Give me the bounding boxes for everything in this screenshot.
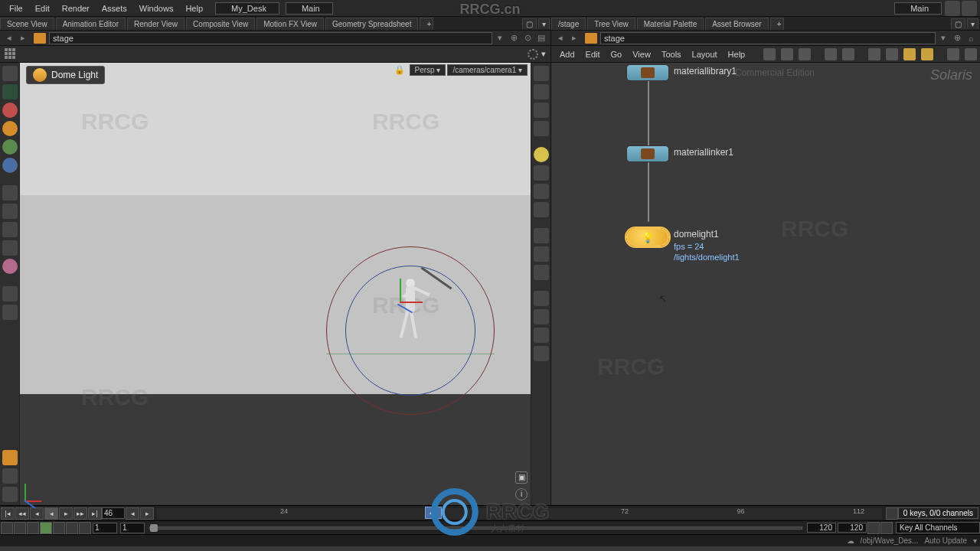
range-opt2-icon[interactable]	[14, 522, 26, 534]
range-opt5-icon[interactable]	[66, 522, 78, 534]
range-opt3-icon[interactable]	[27, 522, 39, 534]
menu-help[interactable]: Help	[179, 2, 209, 15]
key-icon[interactable]	[880, 522, 893, 534]
camera-type-dropdown[interactable]: Persp ▾	[410, 64, 446, 76]
tab-motionfx-view[interactable]: Motion FX View	[256, 18, 324, 30]
net-search-icon[interactable]	[947, 48, 959, 60]
net-info-icon[interactable]	[965, 48, 977, 60]
menu-edit[interactable]: Edit	[29, 2, 56, 15]
net-menu-tools[interactable]: Tools	[656, 47, 687, 61]
tab-composite-view[interactable]: Composite View	[186, 18, 255, 30]
status-drop-icon[interactable]: ▾	[973, 536, 977, 545]
right-desk-dropdown[interactable]: Main	[894, 2, 942, 15]
play-forward-icon[interactable]: ▸	[59, 507, 73, 520]
move-tool-icon[interactable]	[2, 204, 18, 219]
autokey-icon[interactable]	[867, 522, 880, 534]
shelf-box-icon[interactable]	[2, 450, 18, 465]
pane-menu-right-icon[interactable]: ▾	[967, 18, 978, 29]
viewport-options-icon[interactable]	[528, 49, 538, 60]
net-menu-help[interactable]: Help	[723, 47, 751, 61]
pane-maximize-right-icon[interactable]: ▢	[951, 18, 965, 29]
tab-add-right[interactable]: +	[770, 18, 784, 30]
goto-end-icon[interactable]: ▸|	[88, 507, 102, 520]
snap-tool-icon[interactable]	[2, 185, 18, 201]
right-path-input[interactable]	[600, 32, 936, 44]
next-frame-icon[interactable]: ▸	[140, 507, 154, 520]
tool-orange-icon[interactable]	[2, 121, 18, 136]
timeline-opt-icon[interactable]	[886, 507, 898, 520]
home-icon[interactable]	[34, 33, 46, 44]
tab-animation-editor[interactable]: Animation Editor	[56, 18, 126, 30]
viewport-info-icon[interactable]: i	[515, 488, 528, 500]
rotate-tool-icon[interactable]	[2, 222, 18, 237]
help-icon[interactable]	[945, 1, 960, 16]
net-tool-5-icon[interactable]	[842, 48, 854, 60]
playhead[interactable]: 46	[425, 507, 442, 519]
display-opt-2-icon[interactable]	[534, 84, 549, 99]
desk-dropdown[interactable]: My_Desk	[215, 2, 279, 15]
tab-tree-view[interactable]: Tree View	[587, 18, 635, 30]
tab-asset-browser[interactable]: Asset Browser	[705, 18, 768, 30]
display-wire-icon[interactable]	[534, 184, 549, 199]
display-ghost-icon[interactable]	[534, 202, 549, 217]
shelf-light-icon[interactable]	[2, 468, 18, 484]
range-slider[interactable]	[149, 527, 802, 530]
display-color-icon[interactable]	[534, 291, 549, 306]
net-menu-edit[interactable]: Edit	[580, 47, 606, 61]
range-end[interactable]: 120	[807, 523, 836, 533]
camera-path-dropdown[interactable]: /cameras/camera1 ▾	[447, 64, 528, 76]
node-materiallinker[interactable]	[626, 145, 669, 162]
menu-render[interactable]: Render	[56, 2, 96, 15]
play-back-icon[interactable]: ◂	[44, 507, 58, 520]
current-frame-input[interactable]	[102, 507, 125, 519]
context-dropdown[interactable]: Main	[286, 2, 333, 15]
node-graph-canvas[interactable]: Solaris Commercial Edition RRCG RRCG mat…	[551, 63, 980, 505]
forward-icon[interactable]: ▸	[17, 32, 29, 44]
inspect-tool-icon[interactable]	[2, 286, 18, 302]
shelf-camera-icon[interactable]	[2, 487, 18, 502]
tab-material-palette[interactable]: Material Palette	[637, 18, 704, 30]
tab-stage[interactable]: /stage	[551, 18, 586, 30]
display-light-icon[interactable]	[534, 147, 549, 162]
display-opt-3-icon[interactable]	[534, 103, 549, 118]
path-drop-right-icon[interactable]: ▾	[937, 32, 949, 44]
net-tool-9-icon[interactable]	[921, 48, 933, 60]
range-opt1-icon[interactable]	[1, 522, 13, 534]
forward-right-icon[interactable]: ▸	[568, 32, 580, 44]
prev-frame-icon[interactable]: ◂	[126, 507, 139, 520]
net-menu-view[interactable]: View	[627, 47, 656, 61]
camera-lock-icon[interactable]: 🔒	[391, 65, 408, 75]
display-y-icon[interactable]	[534, 246, 549, 262]
range-opt4-icon[interactable]	[53, 522, 65, 534]
net-tool-8-icon[interactable]	[903, 48, 916, 60]
net-tool-3-icon[interactable]	[799, 48, 811, 60]
range-handle[interactable]	[150, 524, 158, 532]
net-tool-4-icon[interactable]	[825, 48, 837, 60]
status-mode[interactable]: Auto Update	[924, 536, 967, 545]
home-right-icon[interactable]	[585, 33, 597, 44]
display-opt-1-icon[interactable]	[534, 66, 549, 81]
path-pin-icon[interactable]: ⊕	[508, 32, 520, 44]
display-alpha-icon[interactable]	[534, 309, 549, 324]
display-opt-4-icon[interactable]	[534, 121, 549, 136]
back-right-icon[interactable]: ◂	[554, 32, 567, 44]
tool-blue-icon[interactable]	[2, 158, 18, 173]
shelf-grid-icon[interactable]	[5, 48, 17, 60]
display-bg-icon[interactable]	[534, 346, 549, 361]
range-start-input[interactable]	[93, 523, 117, 533]
path-find-right-icon[interactable]: ⌕	[965, 32, 977, 44]
pane-menu-icon[interactable]: ▾	[538, 18, 550, 29]
prev-key-icon[interactable]: ◂◂	[15, 507, 29, 520]
display-shade-icon[interactable]	[534, 165, 549, 181]
settings-icon[interactable]	[962, 1, 977, 16]
menu-assets[interactable]: Assets	[96, 2, 133, 15]
step-forward-icon[interactable]: ▸▸	[74, 507, 87, 520]
left-path-input[interactable]	[49, 32, 492, 44]
tab-scene-view[interactable]: Scene View	[0, 18, 54, 30]
timeline-track[interactable]: 24 72 96 112 46	[157, 508, 882, 519]
net-tool-7-icon[interactable]	[886, 48, 898, 60]
lock-tool-icon[interactable]	[2, 84, 18, 99]
net-menu-go[interactable]: Go	[606, 47, 628, 61]
tool-green-icon[interactable]	[2, 139, 18, 155]
key-mode-dropdown[interactable]: Key All Channels	[896, 522, 980, 533]
